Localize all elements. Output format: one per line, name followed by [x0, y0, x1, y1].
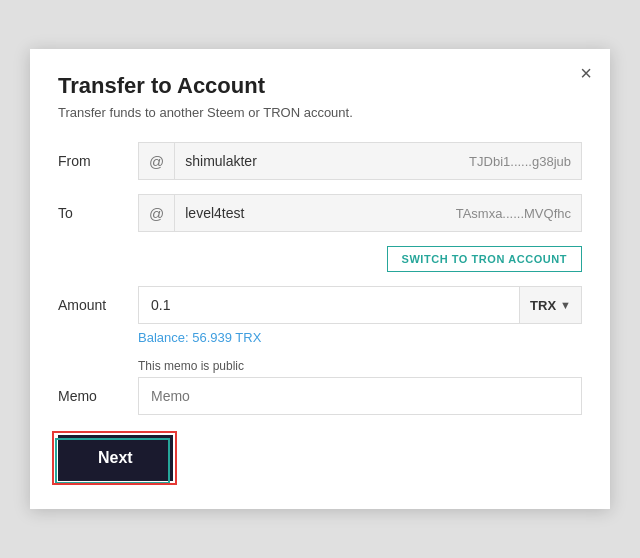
- switch-btn-row: SWITCH TO TRON ACCOUNT: [138, 246, 582, 272]
- to-input-field[interactable]: @ level4test TAsmxa......MVQfhc: [138, 194, 582, 232]
- next-button-wrap: Next: [58, 435, 173, 481]
- currency-label: TRX: [530, 298, 556, 313]
- currency-select[interactable]: TRX ▼: [519, 287, 581, 323]
- to-row: To @ level4test TAsmxa......MVQfhc: [58, 194, 582, 232]
- amount-label: Amount: [58, 297, 138, 313]
- from-at-symbol: @: [139, 143, 175, 179]
- memo-input[interactable]: [138, 377, 582, 415]
- from-label: From: [58, 153, 138, 169]
- amount-input[interactable]: [139, 297, 519, 313]
- from-row: From @ shimulakter TJDbi1......g38jub: [58, 142, 582, 180]
- from-username: shimulakter: [175, 153, 459, 169]
- to-at-symbol: @: [139, 195, 175, 231]
- amount-row: Amount TRX ▼: [58, 286, 582, 324]
- balance-text: Balance: 56.939 TRX: [138, 330, 582, 345]
- chevron-down-icon: ▼: [560, 299, 571, 311]
- transfer-modal: × Transfer to Account Transfer funds to …: [30, 49, 610, 509]
- close-button[interactable]: ×: [580, 63, 592, 83]
- modal-subtitle: Transfer funds to another Steem or TRON …: [58, 105, 582, 120]
- to-label: To: [58, 205, 138, 221]
- to-username: level4test: [175, 205, 445, 221]
- from-address: TJDbi1......g38jub: [459, 154, 581, 169]
- to-address: TAsmxa......MVQfhc: [446, 206, 581, 221]
- next-button[interactable]: Next: [58, 435, 173, 481]
- from-input-field: @ shimulakter TJDbi1......g38jub: [138, 142, 582, 180]
- memo-public-label: This memo is public: [138, 359, 582, 373]
- amount-input-wrap: TRX ▼: [138, 286, 582, 324]
- memo-section: This memo is public Memo: [58, 359, 582, 415]
- modal-title: Transfer to Account: [58, 73, 582, 99]
- memo-label: Memo: [58, 388, 138, 404]
- switch-to-tron-button[interactable]: SWITCH TO TRON ACCOUNT: [387, 246, 582, 272]
- memo-row: Memo: [58, 377, 582, 415]
